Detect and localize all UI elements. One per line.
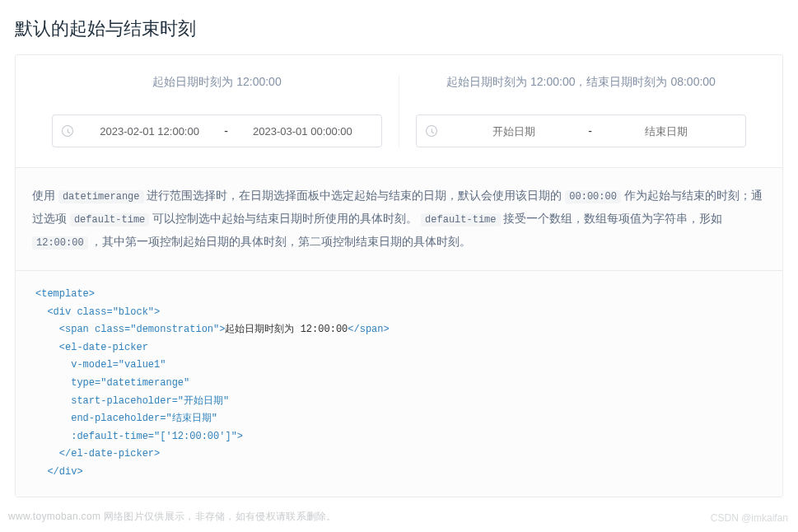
demo-label-right: 起始日期时刻为 12:00:00，结束日期时刻为 08:00:00 — [416, 75, 746, 90]
range-separator: - — [584, 124, 596, 138]
demo-box: 起始日期时刻为 12:00:00 - 起始日期时刻为 12:00:00，结束日期… — [15, 54, 783, 497]
code-line: <div class="block"> — [47, 306, 160, 318]
desc-text: 接受一个数组，数组每项值为字符串，形如 — [501, 212, 723, 225]
watermark-left: www.toymoban.com 网络图片仅供展示，非存储，如有侵权请联系删除。 — [8, 510, 337, 514]
datetime-range-picker[interactable]: - — [416, 114, 746, 147]
range-separator: - — [220, 124, 232, 138]
watermark-right: CSDN @imkaifan — [711, 512, 788, 514]
code-inline: default-time — [70, 213, 149, 226]
start-date-input[interactable] — [79, 125, 220, 138]
clock-icon — [425, 124, 438, 138]
code-sample: <template> <div class="block"> <span cla… — [16, 271, 782, 497]
code-line: end-placeholder="结束日期" — [71, 413, 217, 424]
clock-icon — [61, 124, 74, 138]
code-line: <span class="demonstration"> — [59, 324, 226, 335]
section-heading: 默认的起始与结束时刻 — [15, 16, 798, 41]
desc-text: 使用 — [32, 189, 58, 202]
code-line: start-placeholder="开始日期" — [71, 395, 229, 407]
start-date-input[interactable] — [443, 125, 584, 138]
demo-block-left: 起始日期时刻为 12:00:00 - — [35, 75, 399, 147]
code-line: </span> — [348, 324, 389, 335]
desc-text: 进行范围选择时，在日期选择面板中选定起始与结束的日期，默认会使用该日期的 — [144, 189, 566, 202]
code-text: 起始日期时刻为 12:00:00 — [225, 324, 348, 335]
demo-label-left: 起始日期时刻为 12:00:00 — [52, 75, 382, 90]
end-date-input[interactable] — [596, 125, 737, 138]
code-line: type="datetimerange" — [71, 377, 189, 389]
code-inline: 00:00:00 — [565, 190, 621, 203]
code-line: <template> — [35, 288, 95, 300]
code-line: v-model="value1" — [71, 359, 166, 371]
desc-text: ，其中第一项控制起始日期的具体时刻，第二项控制结束日期的具体时刻。 — [88, 235, 472, 248]
demo-description: 使用 datetimerange 进行范围选择时，在日期选择面板中选定起始与结束… — [16, 168, 782, 271]
code-line: </div> — [47, 466, 82, 478]
code-line: <el-date-picker — [59, 342, 148, 353]
code-inline: datetimerange — [58, 190, 144, 203]
code-line: </el-date-picker> — [59, 448, 160, 460]
datetime-range-picker[interactable]: - — [52, 114, 382, 147]
demo-block-right: 起始日期时刻为 12:00:00，结束日期时刻为 08:00:00 - — [399, 75, 763, 147]
demo-source: 起始日期时刻为 12:00:00 - 起始日期时刻为 12:00:00，结束日期… — [16, 55, 782, 167]
demo-meta: 使用 datetimerange 进行范围选择时，在日期选择面板中选定起始与结束… — [16, 167, 782, 497]
code-inline: default-time — [421, 213, 500, 226]
code-line: :default-time="['12:00:00']" — [71, 431, 237, 442]
code-inline: 12:00:00 — [32, 236, 88, 250]
end-date-input[interactable] — [232, 125, 373, 138]
desc-text: 可以控制选中起始与结束日期时所使用的具体时刻。 — [149, 212, 421, 225]
